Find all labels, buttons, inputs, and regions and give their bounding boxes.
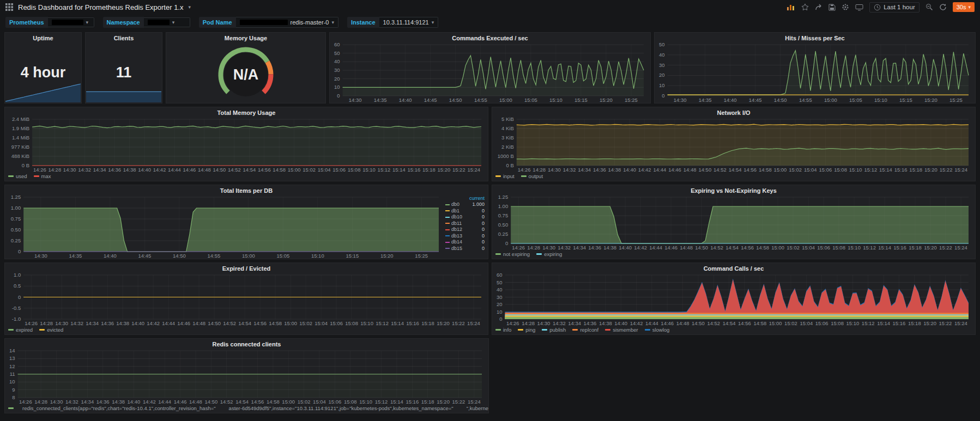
svg-text:15:10: 15:10 — [359, 399, 372, 405]
connected-clients-legend[interactable]: redis_connected_clients{app="redis",char… — [5, 405, 488, 413]
panel-title[interactable]: Network I/O — [492, 107, 975, 117]
save-icon[interactable] — [828, 4, 836, 11]
time-range-picker[interactable]: Last 1 hour — [869, 2, 919, 13]
panel-title[interactable]: Hits / Misses per Sec — [655, 33, 975, 42]
command-calls-legend[interactable]: infopingpublishreplconfsismemberslowlog — [492, 326, 975, 334]
svg-text:0.75: 0.75 — [11, 216, 21, 222]
expiring-keys-chart[interactable]: 00.250.500.751.001.2514:2614:2814:3014:3… — [494, 194, 973, 251]
share-icon[interactable] — [815, 3, 822, 11]
svg-text:14:26: 14:26 — [19, 399, 32, 405]
svg-text:15:10: 15:10 — [362, 167, 376, 173]
svg-text:60: 60 — [497, 272, 503, 278]
svg-text:15:12: 15:12 — [378, 167, 391, 173]
svg-text:14:30: 14:30 — [63, 167, 76, 173]
pod-name-select[interactable]: redis-master-0 ▾ — [236, 17, 338, 28]
svg-text:15:24: 15:24 — [467, 167, 480, 173]
svg-text:14:50: 14:50 — [213, 167, 226, 173]
zoom-out-icon[interactable] — [925, 3, 933, 11]
panel-title[interactable]: Expiring vs Not-Expiring Keys — [492, 185, 975, 194]
expired-evicted-legend[interactable]: expiredevicted — [5, 326, 488, 334]
menu-grid-icon[interactable] — [5, 3, 13, 11]
instance-select[interactable]: 10.3.11.114:9121 ▾ — [379, 17, 439, 28]
row-5: Redis connected clients 89101112131414:2… — [4, 338, 976, 413]
clock-icon — [874, 4, 881, 11]
svg-text:14:56: 14:56 — [741, 245, 754, 251]
panel-title[interactable]: Total Memory Usage — [5, 107, 488, 117]
svg-text:15:02: 15:02 — [789, 167, 802, 173]
svg-text:15:22: 15:22 — [452, 320, 465, 326]
panel-title[interactable]: Total Items per DB — [5, 185, 488, 194]
expiring-keys-legend[interactable]: not expiringexpiring — [492, 251, 975, 259]
svg-text:15:10: 15:10 — [846, 320, 860, 326]
svg-text:0.25: 0.25 — [498, 231, 509, 237]
total-memory-legend[interactable]: usedmax — [5, 173, 488, 181]
svg-text:15:22: 15:22 — [940, 167, 953, 173]
svg-text:14:26: 14:26 — [512, 245, 525, 251]
svg-text:14:30: 14:30 — [34, 253, 47, 259]
panel-title[interactable]: Expired / Evicted — [5, 263, 488, 272]
svg-text:14:54: 14:54 — [729, 167, 742, 173]
refresh-interval-select[interactable]: 30s ▾ — [953, 2, 975, 12]
network-io-legend[interactable]: inputoutput — [492, 173, 975, 181]
panel-title[interactable]: Commands Executed / sec — [330, 33, 650, 42]
dashboard-title-caret-icon[interactable]: ▾ — [188, 4, 191, 10]
svg-text:15:12: 15:12 — [862, 320, 875, 326]
row-1: Uptime 4 hour Clients 11 Memory Usage N/… — [4, 32, 976, 103]
svg-text:15:12: 15:12 — [375, 399, 388, 405]
svg-text:15:22: 15:22 — [939, 245, 952, 251]
network-io-chart[interactable]: 0 B1000 B2 KiB3 KiB4 KiB5 KiB14:2614:281… — [494, 117, 973, 173]
star-icon[interactable] — [801, 3, 809, 11]
dashboard-title[interactable]: Redis Dashboard for Prometheus Redis Exp… — [18, 3, 183, 11]
total-memory-chart[interactable]: 0 B488 KiB977 KiB1.4 MiB1.9 MiB2.4 MiB14… — [7, 117, 486, 173]
svg-text:14:38: 14:38 — [123, 167, 136, 173]
svg-text:15:02: 15:02 — [784, 320, 797, 326]
svg-text:15:18: 15:18 — [422, 167, 435, 173]
svg-text:15:12: 15:12 — [376, 320, 389, 326]
panel-title[interactable]: Clients — [86, 33, 162, 42]
hits-misses-chart[interactable]: 0102030405014:3014:3514:4014:4514:5014:5… — [657, 42, 973, 103]
add-panel-icon[interactable] — [787, 3, 795, 11]
svg-text:14:44: 14:44 — [158, 399, 171, 405]
panel-title[interactable]: Memory Usage — [166, 33, 325, 42]
svg-text:15:06: 15:06 — [815, 320, 828, 326]
expired-evicted-chart[interactable]: -1.0-0.500.51.014:2614:2814:3014:3214:34… — [7, 272, 486, 326]
svg-text:15:02: 15:02 — [299, 320, 312, 326]
svg-text:2.4 MiB: 2.4 MiB — [12, 117, 29, 122]
svg-text:14:44: 14:44 — [649, 245, 662, 251]
svg-text:14:56: 14:56 — [743, 167, 757, 173]
svg-text:10: 10 — [9, 379, 15, 385]
svg-text:14:58: 14:58 — [759, 167, 772, 173]
empty-grid-space — [492, 338, 976, 413]
refresh-icon[interactable] — [939, 3, 947, 11]
svg-text:15:00: 15:00 — [242, 253, 255, 259]
memory-usage-value: N/A — [166, 66, 325, 83]
panel-title[interactable]: Redis connected clients — [5, 339, 488, 348]
svg-text:15:12: 15:12 — [864, 167, 877, 173]
svg-text:14:56: 14:56 — [251, 399, 264, 405]
svg-text:60: 60 — [334, 42, 340, 47]
settings-gear-icon[interactable] — [842, 3, 849, 11]
command-calls-chart[interactable]: 010203040506014:2614:2814:3014:3214:3414… — [494, 272, 973, 326]
svg-text:14:50: 14:50 — [204, 399, 217, 405]
svg-text:14:32: 14:32 — [65, 399, 78, 405]
panel-title[interactable]: Command Calls / sec — [492, 263, 975, 272]
svg-text:14:32: 14:32 — [563, 167, 576, 173]
chevron-down-icon: ▾ — [86, 20, 89, 25]
svg-text:15:06: 15:06 — [328, 399, 341, 405]
tv-mode-icon[interactable] — [855, 4, 863, 11]
items-per-db-legend-table[interactable]: currentdb01.000db10db100db110db120db130d… — [445, 194, 488, 259]
svg-text:14:55: 14:55 — [207, 253, 220, 259]
items-per-db-chart[interactable]: 00.250.500.751.001.2514:3014:3514:4014:4… — [7, 194, 443, 259]
svg-text:14:58: 14:58 — [267, 399, 280, 405]
svg-text:14:40: 14:40 — [623, 167, 636, 173]
prometheus-select[interactable]: ▾ — [48, 17, 94, 27]
commands-executed-chart[interactable]: 010203040506014:3014:3514:4014:4514:5014… — [332, 42, 648, 103]
svg-text:2 KiB: 2 KiB — [501, 144, 514, 150]
namespace-select[interactable]: ▾ — [144, 17, 190, 27]
panel-title[interactable]: Uptime — [5, 33, 81, 42]
svg-text:15:20: 15:20 — [924, 167, 937, 173]
svg-text:15:05: 15:05 — [524, 97, 537, 103]
svg-text:14:46: 14:46 — [661, 320, 674, 326]
connected-clients-chart[interactable]: 89101112131414:2614:2814:3014:3214:3414:… — [7, 348, 486, 405]
svg-text:14:34: 14:34 — [578, 167, 591, 173]
